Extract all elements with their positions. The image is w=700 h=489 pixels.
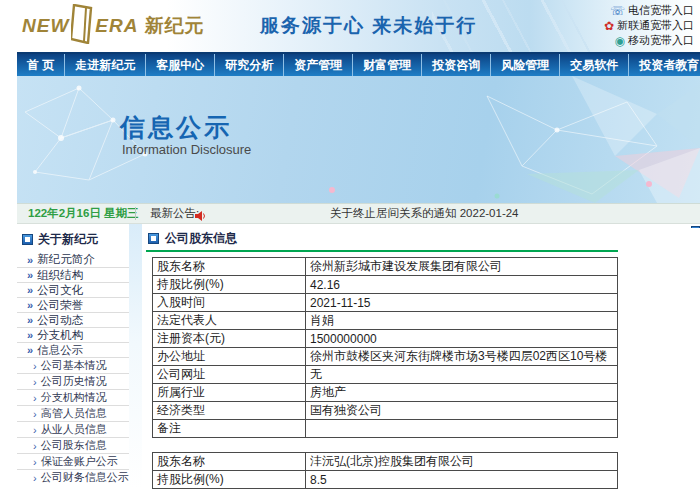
field-value: 2021-11-15 xyxy=(306,294,618,312)
field-label: 股东名称 xyxy=(153,453,306,471)
sidebar-item-label: 从业人员信息 xyxy=(41,422,107,437)
nav-item[interactable]: 资产管理 xyxy=(283,54,352,76)
field-label: 注册资本(元) xyxy=(153,330,306,348)
broadband-icon: ◉ xyxy=(615,35,625,47)
sidebar-header: 关于新纪元 xyxy=(17,228,129,250)
bullet-icon: › xyxy=(33,456,37,468)
nav-item[interactable]: 财富管理 xyxy=(352,54,421,76)
section-header: 公司股东信息 xyxy=(142,228,700,248)
top-header: NEW ERA 新纪元 服务源于心 来未始于行 ☏ 电信宽带入口 ✿ 新联通宽带… xyxy=(17,0,700,52)
broadband-entry-link[interactable]: ☏ 电信宽带入口 xyxy=(610,3,694,18)
sidebar-item-label: 信息公示 xyxy=(37,343,83,358)
nav-item[interactable]: 投资者教育 xyxy=(628,54,700,76)
broadband-link-label: 电信宽带入口 xyxy=(628,3,694,18)
sidebar-item[interactable]: › 从业人员信息 xyxy=(17,421,129,437)
sidebar: 关于新纪元 » 新纪元简介 » 组织结构 » 公司文化 » 公司荣誉 » 公司动… xyxy=(17,228,129,489)
field-label: 持股比例(%) xyxy=(153,471,306,489)
sidebar-title: 关于新纪元 xyxy=(38,231,98,248)
sidebar-item[interactable]: » 信息公示 xyxy=(17,342,129,357)
sidebar-item[interactable]: › 公司基本情况 xyxy=(17,357,129,373)
broadband-icon: ✿ xyxy=(604,20,614,32)
field-label: 入股时间 xyxy=(153,294,306,312)
bullet-icon: › xyxy=(33,360,37,372)
sidebar-item-label: 高管人员信息 xyxy=(41,406,107,421)
nav-item[interactable]: 走进新纪元 xyxy=(64,54,145,76)
sidebar-item[interactable]: › 分支机构情况 xyxy=(17,389,129,405)
sidebar-item-label: 新纪元简介 xyxy=(37,252,95,267)
sidebar-item[interactable]: » 公司文化 xyxy=(17,282,129,297)
table-row: 持股比例(%) 42.16 xyxy=(153,276,618,294)
table-row: 法定代表人 肖娟 xyxy=(153,312,618,330)
field-value: 无 xyxy=(306,366,618,384)
sidebar-item-label: 公司动态 xyxy=(37,313,83,328)
broadband-entry-link[interactable]: ✿ 新联通宽带入口 xyxy=(604,18,694,33)
sidebar-item-label: 公司荣誉 xyxy=(37,298,83,313)
field-value: 徐州新彭城市建设发展集团有限公司 xyxy=(306,258,618,276)
table-row: 持股比例(%) 8.5 xyxy=(153,471,618,489)
field-value xyxy=(306,420,618,438)
bullet-icon: » xyxy=(27,329,33,341)
content-gap-strip xyxy=(129,224,142,489)
sidebar-item-label: 分支机构情况 xyxy=(41,390,107,405)
company-slogan: 服务源于心 来未始于行 xyxy=(260,13,477,39)
table-row: 所属行业 房地产 xyxy=(153,384,618,402)
field-value: 1500000000 xyxy=(306,330,618,348)
main-content: 公司股东信息 股东名称 徐州新彭城市建设发展集团有限公司 持股比例(%) 42.… xyxy=(142,228,700,489)
bullet-icon: » xyxy=(27,314,33,326)
table-row: 入股时间 2021-11-15 xyxy=(153,294,618,312)
nav-item[interactable]: 研究分析 xyxy=(214,54,283,76)
field-value: 42.16 xyxy=(306,276,618,294)
nav-item[interactable]: 首 页 xyxy=(17,54,64,76)
shareholder-table-2: 股东名称 沣沅弘(北京)控股集团有限公司 持股比例(%) 8.5 xyxy=(152,452,618,489)
sidebar-item[interactable]: › 公司股东信息 xyxy=(17,437,129,453)
field-label: 备注 xyxy=(153,420,306,438)
broadband-links: ☏ 电信宽带入口 ✿ 新联通宽带入口 ◉ 移动宽带入口 xyxy=(604,3,694,48)
nav-item[interactable]: 交易软件 xyxy=(559,54,628,76)
field-value: 徐州市鼓楼区夹河东街牌楼市场3号楼四层02西区10号楼 xyxy=(306,348,618,366)
shareholder-table-1: 股东名称 徐州新彭城市建设发展集团有限公司 持股比例(%) 42.16 入股时间… xyxy=(152,257,618,438)
company-logo[interactable]: NEW ERA 新纪元 xyxy=(22,5,204,47)
notice-bar: 122年2月16日 星期三 最新公告: 关于终止居间关系的通知 2022-01-… xyxy=(17,203,700,224)
field-label: 持股比例(%) xyxy=(153,276,306,294)
nav-item[interactable]: 风险管理 xyxy=(490,54,559,76)
logo-text-new: NEW xyxy=(22,15,69,37)
sidebar-item[interactable]: › 高管人员信息 xyxy=(17,405,129,421)
field-label: 办公地址 xyxy=(153,348,306,366)
sidebar-item-label: 组织结构 xyxy=(37,268,83,283)
bullet-icon: » xyxy=(27,284,33,296)
bullet-icon: › xyxy=(33,408,37,420)
speaker-icon xyxy=(194,208,206,226)
field-label: 所属行业 xyxy=(153,384,306,402)
nav-item[interactable]: 客服中心 xyxy=(145,54,214,76)
table-row: 股东名称 徐州新彭城市建设发展集团有限公司 xyxy=(153,258,618,276)
main-nav: 首 页 走进新纪元 客服中心 研究分析 资产管理 财富管理 投资咨询 风险管理 … xyxy=(17,52,700,76)
bullet-icon: » xyxy=(27,269,33,281)
nav-item[interactable]: 投资咨询 xyxy=(421,54,490,76)
bullet-icon: › xyxy=(33,424,37,436)
broadband-entry-link[interactable]: ◉ 移动宽带入口 xyxy=(615,33,694,48)
door-icon xyxy=(71,4,93,48)
sidebar-item[interactable]: » 公司荣誉 xyxy=(17,297,129,312)
sidebar-item[interactable]: › 公司历史情况 xyxy=(17,373,129,389)
sidebar-item[interactable]: » 新纪元简介 xyxy=(17,252,129,267)
field-value: 8.5 xyxy=(306,471,618,489)
window-icon xyxy=(148,233,159,244)
sidebar-item[interactable]: » 公司动态 xyxy=(17,312,129,327)
sidebar-item[interactable]: › 公司财务信息公示 xyxy=(17,469,129,485)
bullet-icon: » xyxy=(27,254,33,266)
sidebar-item[interactable]: » 分支机构 xyxy=(17,327,129,342)
sidebar-item[interactable]: › 保证金账户公示 xyxy=(17,453,129,469)
sidebar-item-label: 公司财务信息公示 xyxy=(41,470,129,485)
table-row: 经济类型 国有独资公司 xyxy=(153,402,618,420)
latest-announcement-label: 最新公告: xyxy=(150,204,199,223)
bullet-icon: » xyxy=(27,344,33,356)
field-value: 国有独资公司 xyxy=(306,402,618,420)
sidebar-item[interactable]: » 组织结构 xyxy=(17,267,129,282)
broadband-link-label: 新联通宽带入口 xyxy=(617,18,694,33)
sidebar-item-label: 公司历史情况 xyxy=(41,374,107,389)
announcement-link[interactable]: 关于终止居间关系的通知 2022-01-24 xyxy=(330,204,519,223)
sidebar-item-label: 公司文化 xyxy=(37,283,83,298)
sidebar-item-label: 分支机构 xyxy=(37,328,83,343)
banner: 信息公示 Information Disclosure xyxy=(17,76,700,203)
field-label: 经济类型 xyxy=(153,402,306,420)
